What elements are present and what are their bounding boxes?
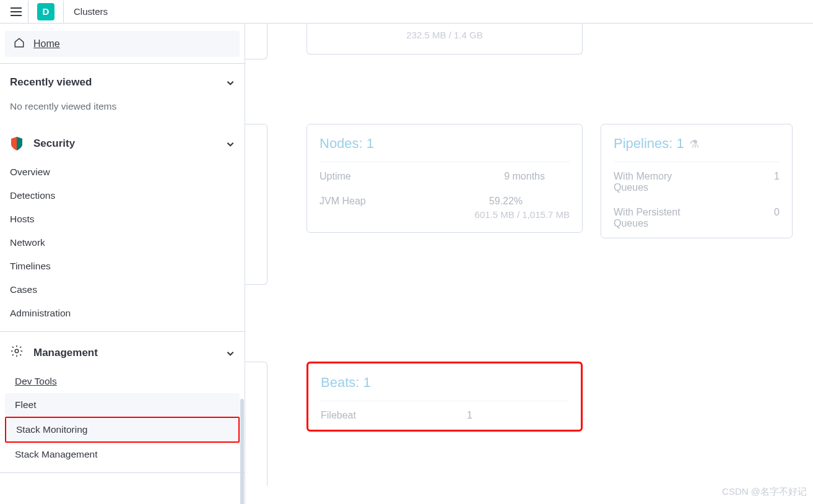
recently-viewed-title: Recently viewed bbox=[10, 76, 92, 89]
sidebar-item-fleet[interactable]: Fleet bbox=[5, 393, 240, 417]
uptime-label: Uptime bbox=[320, 171, 351, 182]
gear-icon bbox=[10, 344, 24, 361]
card-fragment bbox=[245, 362, 267, 485]
memory-snippet: 232.5 MB / 1.4 GB bbox=[307, 24, 583, 54]
section-security[interactable]: Security bbox=[0, 123, 245, 160]
home-icon bbox=[14, 37, 25, 51]
sidebar-item-hosts[interactable]: Hosts bbox=[0, 207, 245, 231]
sidebar-item-cases[interactable]: Cases bbox=[0, 278, 245, 302]
main-content bbox=[245, 24, 813, 504]
filebeat-label: Filebeat bbox=[321, 410, 356, 421]
sidebar-item-timelines[interactable]: Timelines bbox=[0, 254, 245, 278]
sidebar-item-network[interactable]: Network bbox=[0, 231, 245, 254]
beaker-icon: ⚗ bbox=[689, 137, 699, 151]
card-fragment bbox=[245, 24, 267, 59]
persist-queues-value: 0 bbox=[774, 207, 780, 229]
card-fragment bbox=[245, 124, 267, 285]
sidebar-item-overview[interactable]: Overview bbox=[0, 160, 245, 184]
mem-queues-label: With Memory Queues bbox=[614, 171, 706, 193]
shield-icon bbox=[10, 136, 24, 152]
pipelines-title[interactable]: Pipelines: 1⚗ bbox=[614, 136, 780, 162]
nodes-card: Nodes: 1 Uptime 9 months JVM Heap 59.22%… bbox=[307, 124, 583, 233]
pipelines-card: Pipelines: 1⚗ With Memory Queues 1 With … bbox=[601, 124, 793, 238]
section-recently-viewed[interactable]: Recently viewed bbox=[0, 64, 245, 97]
breadcrumb[interactable]: Clusters bbox=[63, 1, 108, 23]
menu-toggle-button[interactable] bbox=[4, 1, 28, 23]
jvm-pct: 59.22% bbox=[489, 196, 570, 207]
chevron-down-icon bbox=[226, 78, 235, 87]
sidebar-home[interactable]: Home bbox=[5, 31, 240, 57]
recently-viewed-empty: No recently viewed items bbox=[0, 97, 245, 123]
uptime-value: 9 months bbox=[504, 171, 570, 182]
beats-title[interactable]: Beats: 1 bbox=[321, 375, 568, 401]
sidebar-item-devtools[interactable]: Dev Tools bbox=[5, 370, 240, 393]
persist-queues-label: With Persistent Queues bbox=[614, 207, 713, 229]
sidebar: Home Recently viewed No recently viewed … bbox=[0, 24, 245, 504]
jvm-label: JVM Heap bbox=[320, 196, 366, 207]
jvm-detail: 601.5 MB / 1,015.7 MB bbox=[475, 209, 570, 220]
sidebar-item-detections[interactable]: Detections bbox=[0, 184, 245, 207]
filebeat-value: 1 bbox=[467, 410, 568, 421]
sidebar-item-stack-monitoring[interactable]: Stack Monitoring bbox=[6, 418, 238, 441]
beats-card: Beats: 1 Filebeat 1 bbox=[307, 362, 583, 432]
security-title: Security bbox=[33, 137, 75, 150]
app-badge[interactable]: D bbox=[37, 3, 54, 20]
sidebar-home-label: Home bbox=[33, 38, 60, 50]
svg-point-0 bbox=[15, 349, 19, 353]
management-title: Management bbox=[33, 347, 98, 359]
hamburger-icon bbox=[11, 7, 22, 16]
nodes-title[interactable]: Nodes: 1 bbox=[320, 136, 570, 162]
sidebar-item-stack-monitoring-wrapper: Stack Monitoring bbox=[5, 417, 240, 443]
topbar: D Clusters bbox=[0, 0, 813, 24]
mem-queues-value: 1 bbox=[774, 171, 780, 193]
sidebar-item-stack-management[interactable]: Stack Management bbox=[5, 443, 240, 466]
sidebar-item-administration[interactable]: Administration bbox=[0, 302, 245, 325]
chevron-down-icon bbox=[226, 139, 235, 148]
section-management[interactable]: Management bbox=[0, 332, 245, 370]
chevron-down-icon bbox=[226, 349, 235, 357]
watermark: CSDN @名字不好记 bbox=[722, 486, 807, 498]
